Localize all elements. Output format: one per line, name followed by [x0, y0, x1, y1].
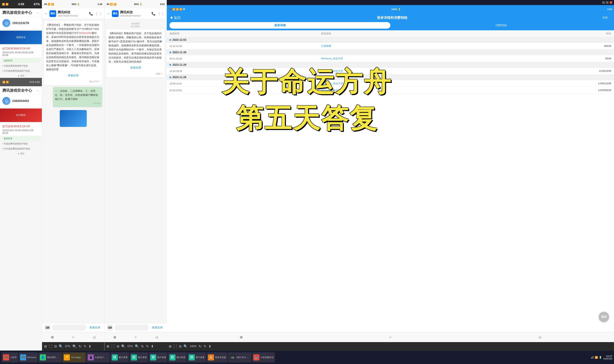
obs-btn-search-4[interactable]: 🔍 — [183, 344, 188, 348]
expand-2[interactable]: ▲ 收起 — [0, 151, 42, 156]
banner-2: 封号警告 — [0, 108, 42, 122]
obs-btn-refresh-4[interactable]: ↻ — [199, 344, 202, 348]
p1-menu-icon[interactable]: ··· — [37, 11, 40, 15]
wifi-icon-2: 📶 🛜 — [2, 81, 9, 83]
record-game-4[interactable]: WeGame_命运方舟 — [321, 82, 510, 85]
menu-icon-1[interactable]: ⋮⋮ — [95, 12, 102, 16]
obs-btn-search-2[interactable]: 🔍 — [121, 344, 126, 348]
close-btn[interactable]: 关闭 — [602, 16, 608, 20]
task-item-10[interactable]: ⚙ 剪辑专业版 — [207, 352, 227, 363]
tab-consumption[interactable]: 消费明细 — [390, 22, 611, 29]
view-app-2[interactable]: 查看应用 — [88, 325, 102, 330]
win-minimize[interactable]: ─ — [602, 1, 605, 4]
chat-input-1[interactable] — [52, 325, 86, 331]
tab-login-detail[interactable]: 登录详情 — [169, 22, 390, 29]
back-button-1[interactable]: ← — [44, 12, 48, 16]
task-icon-9: 🖼 — [189, 354, 195, 361]
chat-input-2[interactable] — [114, 325, 149, 331]
obs-btn-edit-2[interactable]: ✎ — [146, 344, 149, 348]
obs-btn-copy-2[interactable]: ⧉ — [117, 344, 119, 348]
record-row-2: 23:11-23:20 WeGame_命运方舟 9分钟 — [167, 55, 614, 62]
record-game-3[interactable]: WeGame_命运方舟 — [321, 69, 510, 73]
p4-menu-icon[interactable]: ··· — [609, 16, 611, 20]
task-item-3[interactable]: 🔑 The Magic Key — [62, 352, 86, 363]
task-item-5[interactable]: 🖼 图片查看 — [110, 352, 129, 363]
nav-apps-2[interactable]: ⊞ — [112, 334, 118, 341]
obs-btn-download[interactable]: ⬇ — [88, 344, 91, 348]
time-p4: 2:04 — [607, 8, 612, 11]
back-button-2[interactable]: ← — [107, 12, 111, 16]
obs-btn-zoom-out[interactable]: 🔍 — [72, 344, 77, 348]
account-info-2: 2382004403 — [12, 99, 29, 103]
record-duration-5: 1小时59分钟 — [510, 89, 611, 92]
phone-icon-1[interactable]: 📞 — [89, 12, 93, 16]
signal-icon: 🛜 — [6, 3, 8, 6]
task-item-7[interactable]: 🖼 图片查看 — [149, 352, 167, 363]
msg-time-2: 刚刚 🛡 — [109, 72, 163, 76]
keyboard-icon-1[interactable]: ⌨ — [44, 325, 50, 331]
p1-title: 腾讯游戏安全中心 — [2, 10, 32, 15]
account-1[interactable]: Q 1551223278 — [0, 17, 42, 29]
obs-btn-expand-2[interactable]: ⛶ — [112, 344, 115, 348]
win-maximize[interactable]: □ — [606, 1, 609, 4]
account-2[interactable]: Q 2382004403 — [0, 95, 42, 107]
obs-btn-copy[interactable]: ⧉ — [54, 344, 57, 348]
task-item-6[interactable]: 🖼 图片查看 — [130, 352, 148, 363]
p1-menu-icon-2[interactable]: ··· — [37, 89, 40, 92]
obs-btn-expand[interactable]: ⛶ — [49, 344, 52, 348]
chat-actions-2: 📞 ⋮⋮ — [151, 12, 164, 16]
task-label-1: WeGame — [27, 356, 36, 359]
obs-btn-search[interactable]: 🔍 — [59, 344, 63, 348]
nav-apps-4[interactable]: ⊞ — [238, 334, 245, 341]
obs-btn-refresh-2[interactable]: ↻ — [141, 344, 144, 348]
obs-btn-download-2[interactable]: ⬇ — [151, 344, 154, 348]
task-icon-2: 👤 — [40, 354, 46, 361]
nav-back-4[interactable]: ◁ — [536, 334, 543, 341]
record-game-5[interactable]: WeGame_命运方舟 — [321, 89, 510, 92]
obs-btn-edit[interactable]: ✎ — [84, 344, 86, 348]
status-bar-p3: 🎮 📶 🛜 95% 🔋 9:52 — [104, 0, 167, 8]
obs-btn-zoom-out-2[interactable]: 🔍 — [135, 344, 139, 348]
task-item-8[interactable]: 🖼 图片查看 — [168, 352, 187, 363]
time-p3: 9:52 — [160, 3, 165, 6]
panel-chat-1: 🎮 📶 🛜 95% 🔋 2:46 ← 腾讯 腾讯科技 1065730284783… — [42, 0, 104, 351]
date-dot-4 — [169, 77, 171, 78]
nav-home-4[interactable]: ○ — [387, 334, 394, 341]
record-game-1[interactable]: 王者荣耀 — [321, 44, 510, 48]
task-item-2[interactable]: 👤 我的资料·个人... — [39, 352, 62, 363]
task-item-9[interactable]: 🖼 图片查看 — [187, 352, 206, 363]
view-app-3[interactable]: 查看应用 — [150, 325, 164, 330]
obs-btn-copy-4[interactable]: ⧉ — [179, 344, 181, 348]
obs-btn-grid[interactable]: ⊞ — [44, 344, 47, 348]
obs-btn-grid-2[interactable]: ⊞ — [107, 344, 109, 348]
obs-btn-edit-4[interactable]: ✎ — [204, 344, 206, 348]
task-item-12[interactable]: 🐟 斗鱼直播伴侣 — [252, 352, 275, 363]
task-item-11[interactable]: 📹 OBS 30.0.0·配... — [228, 352, 251, 363]
keyboard-icon-2[interactable]: ⌨ — [107, 325, 113, 331]
nav-home-1[interactable]: ○ — [70, 334, 77, 341]
record-game-2[interactable]: WeGame_命运方舟 — [321, 57, 510, 60]
view-app-btn-2[interactable]: 查看应用 — [109, 64, 163, 72]
menu-icon-2[interactable]: ⋮⋮ — [158, 12, 164, 16]
nav-home-2[interactable]: ○ — [132, 334, 139, 341]
view-app-btn-1[interactable]: 查看应用 — [46, 71, 100, 79]
obs-btn-expand-4[interactable]: ⛶ — [174, 344, 177, 348]
sender-name-2: 腾讯科技 — [120, 10, 151, 14]
expand-1[interactable]: ▲ 收起 — [0, 74, 42, 78]
task-item-0[interactable]: 🎮 小程序 — [2, 352, 18, 363]
obs-btn-download-4[interactable]: ⬇ — [209, 344, 211, 348]
phone-icon-2[interactable]: 📞 — [151, 12, 156, 16]
task-item-4[interactable]: 📱 久易·哈个合适 — [86, 352, 110, 363]
nav-apps-1[interactable]: ⊞ — [49, 334, 56, 341]
win-close[interactable]: ✕ — [610, 1, 612, 4]
task-item-1[interactable]: 🎮 WeGame — [19, 352, 38, 363]
chat-actions-1: 📞 ⋮⋮ — [89, 12, 102, 16]
nav-back-2[interactable]: ◁ — [153, 334, 160, 341]
obs-btn-grid-4[interactable]: ⊞ — [169, 344, 172, 348]
float-return-btn[interactable]: 返回 — [599, 312, 609, 322]
nav-back-1[interactable]: ◁ — [91, 334, 98, 341]
avatar-1: Q — [2, 19, 11, 27]
p4-back-button[interactable]: ◀ 返回 — [169, 15, 181, 20]
p4-tabs: 登录详情 消费明细 — [167, 22, 614, 30]
obs-btn-refresh[interactable]: ↻ — [79, 344, 82, 348]
